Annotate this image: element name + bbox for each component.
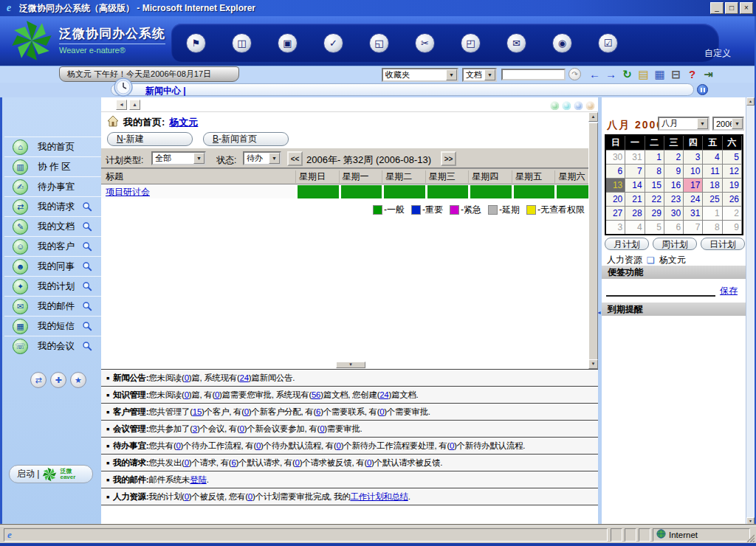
- next-week-button[interactable]: >>: [441, 151, 456, 166]
- calendar-day[interactable]: 30: [606, 150, 625, 164]
- calendar-day[interactable]: 10: [684, 164, 703, 178]
- exit-icon[interactable]: ⇥: [702, 67, 715, 81]
- minimize-button[interactable]: _: [710, 2, 724, 14]
- calendar-day[interactable]: 17: [684, 178, 703, 192]
- calendar-day[interactable]: 14: [625, 178, 645, 192]
- pause-button[interactable]: [697, 84, 708, 95]
- start-button[interactable]: 启动 | 泛微 eaver: [9, 465, 93, 483]
- note-input[interactable]: [606, 283, 715, 297]
- search-icon[interactable]: [82, 261, 92, 272]
- notification-link[interactable]: 24: [379, 390, 388, 399]
- month-select[interactable]: 八月 ▼: [658, 117, 709, 131]
- schedule-cell[interactable]: [425, 185, 469, 198]
- new-button[interactable]: N-新建: [107, 132, 193, 146]
- sidebar-item-8[interactable]: ✦我的计划: [4, 276, 101, 296]
- calendar-day[interactable]: 21: [625, 192, 645, 206]
- calendar-day[interactable]: 4: [703, 150, 722, 164]
- power-out-icon[interactable]: ◉: [552, 33, 572, 53]
- sidebar-item-1[interactable]: ⌂我的首页: [4, 136, 101, 156]
- calendar-day[interactable]: 13: [606, 178, 625, 192]
- notification-link[interactable]: 24: [240, 373, 249, 382]
- calendar-day[interactable]: 24: [684, 192, 703, 206]
- chevron-down-icon[interactable]: ▼: [732, 118, 743, 129]
- dock-up-button[interactable]: ▴: [129, 100, 140, 110]
- sidebar-item-10[interactable]: ▦我的短信: [4, 316, 101, 336]
- circle-cyan-button[interactable]: [562, 101, 571, 111]
- search-icon[interactable]: [82, 301, 92, 311]
- calendar-day[interactable]: 3: [684, 150, 703, 164]
- schedule-cell[interactable]: [382, 185, 425, 198]
- check-calendar-icon[interactable]: ☑: [598, 33, 618, 53]
- calendar-day[interactable]: 25: [703, 192, 722, 206]
- week-plan-button[interactable]: 周计划: [653, 238, 697, 250]
- chevron-down-icon[interactable]: ▼: [446, 69, 457, 80]
- scroll-up-button[interactable]: ▲: [588, 112, 598, 122]
- month-plan-button[interactable]: 月计划: [605, 238, 649, 250]
- splitter-arrow-icon[interactable]: ◄: [597, 310, 602, 315]
- schedule-cell[interactable]: [339, 185, 382, 198]
- search-input[interactable]: [501, 69, 566, 80]
- customize-link[interactable]: 自定义: [704, 47, 731, 60]
- calendar-day[interactable]: 23: [664, 192, 684, 206]
- calendar-day[interactable]: 2: [664, 150, 684, 164]
- search-icon[interactable]: [82, 221, 92, 232]
- schedule-item-link[interactable]: 项目研讨会: [101, 185, 295, 198]
- sidebar-item-6[interactable]: ☺我的客户: [4, 236, 101, 256]
- page-scrollbar[interactable]: ▲ ▼: [746, 97, 755, 525]
- calendar-day[interactable]: 27: [606, 206, 625, 220]
- calendar-day[interactable]: 29: [645, 206, 664, 220]
- scroll-down-button[interactable]: ▼: [746, 517, 755, 525]
- collapse-panel-button[interactable]: ▾: [336, 362, 365, 368]
- schedule-cell[interactable]: [468, 185, 512, 198]
- calendar-day[interactable]: 7: [684, 220, 703, 234]
- chevron-down-icon[interactable]: ▼: [193, 153, 205, 164]
- user-sync-icon[interactable]: ⇄: [30, 372, 47, 388]
- news-ticker-link[interactable]: 新闻中心 |: [145, 85, 186, 97]
- calendar-day[interactable]: 31: [625, 150, 645, 164]
- calendar-day[interactable]: 6: [664, 220, 684, 234]
- calendar-day[interactable]: 20: [606, 192, 625, 206]
- user-star-icon[interactable]: ★: [70, 372, 86, 388]
- calendar-day[interactable]: 8: [645, 164, 664, 178]
- calendar-day[interactable]: 18: [703, 178, 722, 192]
- calendar-day[interactable]: 9: [723, 220, 742, 234]
- schedule-cell[interactable]: [512, 185, 555, 198]
- search-icon[interactable]: [82, 321, 92, 331]
- save-out-icon[interactable]: ◰: [461, 33, 481, 53]
- calendar-day[interactable]: 11: [703, 164, 722, 178]
- search-icon[interactable]: [82, 201, 92, 212]
- document-a-icon[interactable]: ▣: [278, 33, 298, 53]
- maximize-button[interactable]: □: [725, 2, 738, 14]
- folder-icon[interactable]: ▤: [637, 67, 650, 81]
- resize-grip[interactable]: [745, 532, 755, 542]
- notification-link[interactable]: 15: [193, 407, 202, 416]
- mail-out-icon[interactable]: ✉: [506, 33, 526, 53]
- notification-link[interactable]: 工作计划和总结: [350, 491, 408, 502]
- dock-left-button[interactable]: ◂: [116, 100, 127, 110]
- previous-week-button[interactable]: <<: [287, 151, 303, 166]
- doctype-select[interactable]: 文档 ▼: [462, 68, 497, 82]
- sidebar-item-4[interactable]: ⇄我的请求: [4, 196, 101, 216]
- close-button[interactable]: ×: [740, 2, 753, 14]
- calendar-day[interactable]: 30: [664, 206, 684, 220]
- sidebar-item-9[interactable]: ✉我的邮件: [4, 296, 101, 316]
- calendar-day[interactable]: 16: [664, 178, 684, 192]
- day-plan-button[interactable]: 日计划: [701, 238, 745, 250]
- calendar-day[interactable]: 4: [625, 220, 645, 234]
- calendar-day[interactable]: 1: [645, 150, 664, 164]
- sidebar-item-2[interactable]: ▥协 作 区: [4, 156, 101, 176]
- sidebar-item-5[interactable]: ✎我的文档: [4, 216, 101, 236]
- search-icon[interactable]: [82, 281, 92, 291]
- calendar-day[interactable]: 6: [606, 164, 625, 178]
- hr-user[interactable]: 杨文元: [659, 254, 686, 266]
- schedule-cell[interactable]: [295, 185, 339, 198]
- news-scrollbar[interactable]: ▲ ▼: [588, 112, 598, 369]
- grid-icon[interactable]: ▦: [653, 67, 666, 81]
- news-home-button[interactable]: B-新闻首页: [203, 132, 289, 146]
- chevron-down-icon[interactable]: ▼: [269, 153, 280, 164]
- calendar-day[interactable]: 7: [625, 164, 645, 178]
- calendar-day[interactable]: 26: [723, 192, 742, 206]
- sidebar-item-3[interactable]: ✍待办事宜: [4, 176, 101, 196]
- calendar-day[interactable]: 1: [703, 206, 722, 220]
- chevron-down-icon[interactable]: ▼: [484, 69, 495, 80]
